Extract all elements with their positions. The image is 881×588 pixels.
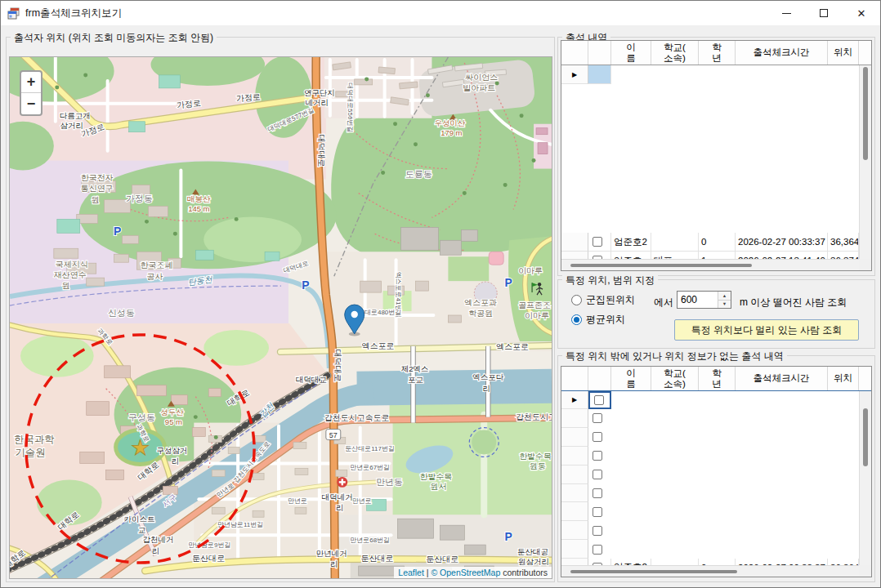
average-location-radio[interactable]: 평균위치: [571, 313, 625, 327]
zoom-out-button[interactable]: −: [21, 93, 41, 114]
checkbox[interactable]: [593, 237, 602, 247]
grid-column-header[interactable]: [561, 41, 588, 65]
osm-link[interactable]: © OpenStreetMap: [431, 568, 500, 577]
spin-up-icon[interactable]: ▲: [718, 292, 731, 301]
grid-column-header[interactable]: 학 년: [699, 367, 736, 390]
attendance-grid[interactable]: 이 름학교( 소속)학 년출석체크시간위치▶엄준호202026-02-27 00…: [561, 40, 872, 271]
empty-row[interactable]: [561, 540, 859, 559]
row-header[interactable]: [561, 428, 588, 447]
empty-row[interactable]: [561, 521, 859, 540]
checkbox[interactable]: [593, 526, 602, 536]
radio-selected-icon[interactable]: [571, 314, 582, 325]
grid-column-header[interactable]: 출석체크시간: [736, 41, 828, 65]
horizontal-scrollbar[interactable]: [561, 259, 859, 270]
empty-cell[interactable]: [699, 65, 736, 84]
row-selector[interactable]: ▶: [561, 391, 588, 409]
empty-cell[interactable]: [736, 65, 828, 84]
checktime-cell[interactable]: 2026-02-27 00:33:37: [736, 233, 828, 252]
checkbox[interactable]: [593, 507, 602, 517]
new-row[interactable]: ▶: [561, 65, 859, 84]
current-cell[interactable]: [588, 65, 611, 84]
row-header[interactable]: [561, 540, 588, 559]
grid-column-header[interactable]: 위치: [828, 367, 859, 390]
distance-value[interactable]: 600: [678, 292, 718, 308]
grade-cell[interactable]: 0: [699, 233, 736, 252]
distance-updown[interactable]: 600 ▲ ▼: [677, 291, 731, 309]
spin-down-icon[interactable]: ▼: [718, 301, 731, 309]
clustered-location-radio[interactable]: 군집된위치: [571, 293, 635, 307]
checkbox-cell[interactable]: [588, 484, 611, 503]
horizontal-scroll-thumb[interactable]: [570, 264, 752, 267]
location-cell[interactable]: 36,3646: [828, 233, 859, 252]
maximize-button[interactable]: [805, 1, 843, 25]
selected-row[interactable]: ▶: [561, 391, 859, 409]
checkbox-cell[interactable]: [588, 466, 611, 484]
leaflet-map[interactable]: ★ 57 가정로다름고개삼거리가정로가정로대덕대로577번길연구단지네거리대덕대…: [9, 56, 552, 579]
clustered-location-label[interactable]: 군집된위치: [586, 293, 635, 307]
empty-cell[interactable]: [651, 65, 699, 84]
checkbox[interactable]: [593, 488, 602, 498]
checkbox-cell[interactable]: [588, 233, 611, 252]
vertical-scroll-thumb[interactable]: [863, 408, 868, 466]
close-button[interactable]: ✕: [843, 1, 880, 25]
table-row[interactable]: 엄준호202026-02-27 00:33:3736,3646: [561, 233, 859, 252]
checkbox[interactable]: [594, 395, 604, 405]
query-far-people-button[interactable]: 특정 위치보다 멀리 있는 사람 조회: [674, 319, 859, 341]
empty-row[interactable]: [561, 447, 859, 466]
empty-row[interactable]: [561, 409, 859, 428]
title-bar[interactable]: frm출석체크위치보기 ✕: [1, 1, 880, 25]
checkbox-cell[interactable]: [588, 521, 611, 540]
row-header[interactable]: [561, 447, 588, 466]
empty-cell[interactable]: [611, 65, 651, 84]
checkbox-cell[interactable]: [588, 502, 611, 521]
grid-column-header[interactable]: [588, 41, 611, 65]
row-header[interactable]: [561, 466, 588, 484]
checkbox-cell[interactable]: [588, 428, 611, 447]
grid-body[interactable]: ▶엄준호202026-02-27 00:33:3736,3646엄준호대표120…: [561, 65, 859, 270]
row-header[interactable]: [561, 502, 588, 521]
empty-row[interactable]: [561, 428, 859, 447]
zoom-in-button[interactable]: +: [21, 72, 41, 93]
checkbox-cell[interactable]: [588, 540, 611, 559]
school-cell[interactable]: [651, 233, 699, 252]
average-location-label[interactable]: 평균위치: [586, 313, 625, 327]
checkbox[interactable]: [593, 413, 602, 423]
row-header[interactable]: [561, 484, 588, 503]
vertical-scrollbar[interactable]: [859, 391, 871, 565]
minimize-button[interactable]: [767, 1, 805, 25]
checkbox-cell[interactable]: [588, 409, 611, 428]
checkbox-cell[interactable]: [588, 447, 611, 466]
row-header[interactable]: [561, 521, 588, 540]
row-selector[interactable]: ▶: [561, 65, 588, 84]
empty-row[interactable]: [561, 484, 859, 503]
grid-column-header[interactable]: 이 름: [611, 367, 651, 390]
empty-row[interactable]: [561, 466, 859, 484]
row-header[interactable]: [561, 409, 588, 428]
grid-column-header[interactable]: [561, 367, 588, 390]
outside-grid[interactable]: 이 름학교( 소속)학 년출석체크시간위치▶엄준호202026-02-27 00…: [561, 366, 872, 577]
current-cell[interactable]: [588, 391, 611, 409]
checkbox[interactable]: [593, 432, 602, 442]
checkbox[interactable]: [593, 545, 602, 555]
empty-cell[interactable]: [828, 65, 859, 84]
horizontal-scrollbar[interactable]: [561, 565, 859, 577]
name-cell[interactable]: 엄준호2: [611, 233, 651, 252]
horizontal-scroll-thumb[interactable]: [570, 570, 737, 573]
grid-column-header[interactable]: [588, 367, 611, 390]
leaflet-link[interactable]: Leaflet: [398, 568, 424, 577]
empty-row[interactable]: [561, 502, 859, 521]
row-header[interactable]: [561, 233, 588, 252]
grid-column-header[interactable]: 출석체크시간: [736, 367, 828, 390]
grid-column-header[interactable]: 학교( 소속): [651, 367, 699, 390]
checkbox[interactable]: [593, 451, 602, 461]
vertical-scroll-thumb[interactable]: [863, 67, 868, 160]
grid-column-header[interactable]: 학교( 소속): [651, 41, 699, 65]
radio-icon[interactable]: [571, 295, 582, 305]
vertical-scrollbar[interactable]: [859, 65, 871, 259]
grid-column-header[interactable]: 위치: [828, 41, 859, 65]
grid-body[interactable]: ▶엄준호202026-02-27 00:33:3736,364: [561, 391, 859, 577]
grid-column-header[interactable]: 학 년: [699, 41, 736, 65]
checkbox[interactable]: [593, 470, 602, 479]
grid-column-header[interactable]: 이 름: [611, 41, 651, 65]
grid-empty-space[interactable]: [561, 84, 859, 233]
